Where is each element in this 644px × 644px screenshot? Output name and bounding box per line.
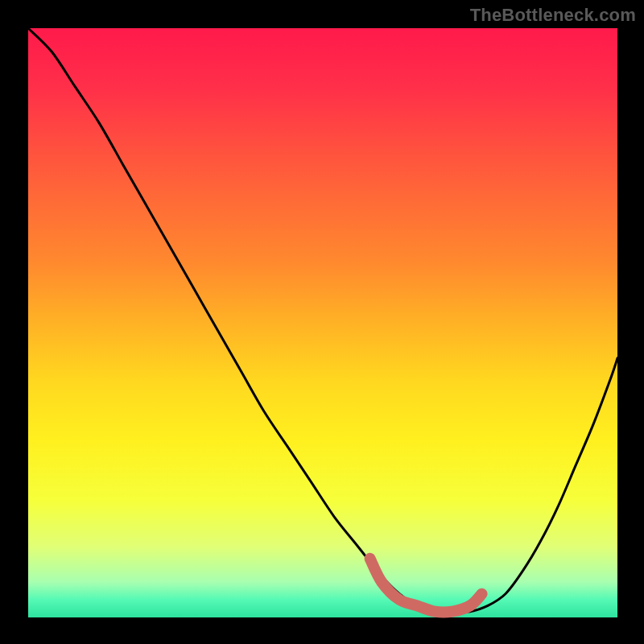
chart-svg xyxy=(0,0,644,644)
plot-background xyxy=(28,28,617,617)
watermark-text: TheBottleneck.com xyxy=(470,5,636,26)
chart-stage: TheBottleneck.com xyxy=(0,0,644,644)
